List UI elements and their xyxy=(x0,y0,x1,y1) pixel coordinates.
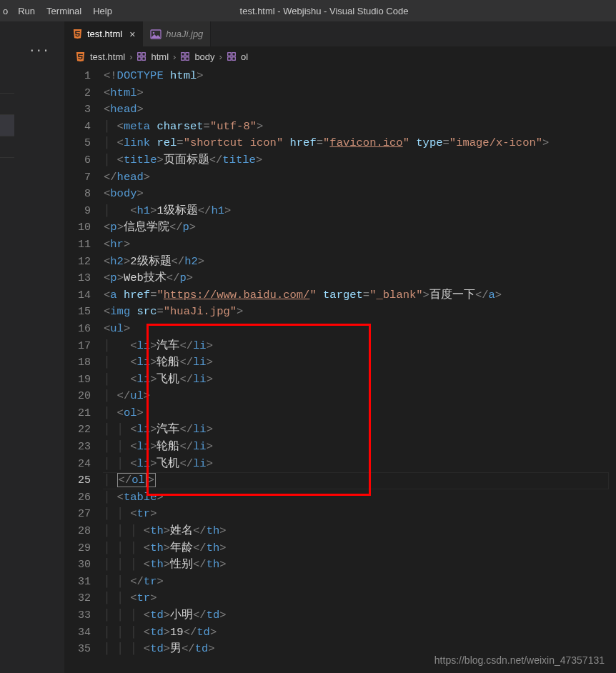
line-number-gutter: 123 456 789 101112 131415 161718 192021 … xyxy=(64,68,104,673)
svg-rect-2 xyxy=(138,53,141,56)
breadcrumb[interactable]: test.html › html › body › ol xyxy=(64,46,616,66)
more-icon[interactable]: ··· xyxy=(29,44,49,57)
menu-bar: o Run Terminal Help test.html - Webjishu… xyxy=(0,0,616,21)
svg-rect-13 xyxy=(232,57,235,60)
chevron-right-icon: › xyxy=(173,51,176,62)
tab-test-html[interactable]: test.html × xyxy=(64,21,143,46)
crumb-ol[interactable]: ol xyxy=(241,51,248,62)
menu-run[interactable]: Run xyxy=(12,6,41,16)
window-title: test.html - Webjishu - Visual Studio Cod… xyxy=(118,6,530,16)
menu-go-partial[interactable]: o xyxy=(0,6,12,16)
code-editor[interactable]: 123 456 789 101112 131415 161718 192021 … xyxy=(64,68,616,673)
tab-label: test.html xyxy=(87,29,122,39)
menu-help[interactable]: Help xyxy=(87,6,118,16)
svg-point-1 xyxy=(153,31,155,34)
svg-rect-3 xyxy=(142,53,145,56)
svg-rect-6 xyxy=(182,53,184,56)
menu-terminal[interactable]: Terminal xyxy=(41,6,87,16)
symbol-icon xyxy=(227,51,237,61)
image-file-icon xyxy=(150,29,162,40)
crumb-body[interactable]: body xyxy=(194,51,214,62)
crumb-file[interactable]: test.html xyxy=(90,51,125,62)
svg-rect-10 xyxy=(228,53,231,56)
chevron-right-icon: › xyxy=(129,51,132,62)
code-content[interactable]: <!DOCTYPE html> <html> <head> │ <meta ch… xyxy=(104,68,616,673)
close-icon[interactable]: × xyxy=(129,29,135,40)
tab-bar: test.html × huaJi.jpg xyxy=(64,21,616,46)
svg-rect-7 xyxy=(186,53,189,56)
symbol-icon xyxy=(136,51,146,61)
svg-rect-8 xyxy=(182,57,184,60)
html-file-icon xyxy=(74,51,86,62)
chevron-right-icon: › xyxy=(219,51,222,62)
crumb-html[interactable]: html xyxy=(151,51,169,62)
tab-huaji-jpg[interactable]: huaJi.jpg xyxy=(143,21,211,46)
svg-rect-5 xyxy=(142,57,145,60)
tab-label: huaJi.jpg xyxy=(166,29,203,39)
watermark-text: https://blog.csdn.net/weixin_47357131 xyxy=(434,654,605,666)
symbol-icon xyxy=(180,51,190,61)
explorer-edge xyxy=(0,93,14,179)
svg-rect-11 xyxy=(232,53,235,56)
svg-rect-4 xyxy=(138,57,141,60)
svg-rect-12 xyxy=(228,57,231,60)
html-file-icon xyxy=(71,29,83,40)
svg-rect-9 xyxy=(186,57,189,60)
